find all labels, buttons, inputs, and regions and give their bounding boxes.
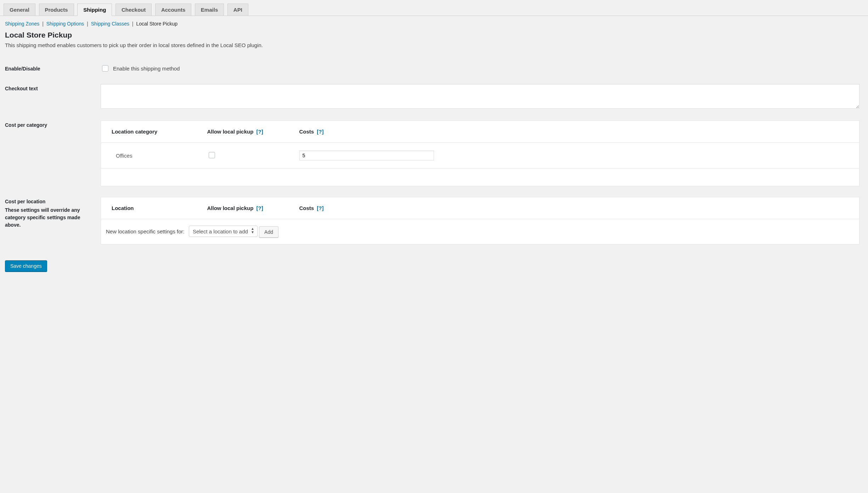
header-location-allow: Allow local pickup [?] [197, 197, 289, 219]
category-name: Offices [112, 153, 132, 159]
location-select-placeholder: Select a location to add [193, 228, 248, 234]
tab-accounts[interactable]: Accounts [155, 4, 191, 16]
save-changes-button[interactable]: Save changes [5, 260, 47, 272]
enable-checkbox-wrap[interactable]: Enable this shipping method [101, 64, 859, 73]
category-cost-input[interactable] [299, 151, 434, 160]
new-location-row: New location specific settings for: Sele… [101, 219, 859, 244]
shipping-subnav: Shipping Zones | Shipping Options | Ship… [5, 21, 868, 27]
cost-per-location-sub: These settings will override any categor… [5, 206, 94, 229]
tab-shipping[interactable]: Shipping [77, 4, 112, 16]
checkout-text-label: Checkout text [5, 79, 97, 115]
cost-per-location-label: Cost per location [5, 199, 45, 204]
help-icon[interactable]: [?] [257, 129, 263, 135]
header-allow-pickup: Allow local pickup [?] [197, 121, 289, 143]
subnav-current: Local Store Pickup [136, 21, 177, 27]
empty-row [101, 169, 859, 186]
enable-checkbox-label: Enable this shipping method [113, 66, 180, 72]
chevron-updown-icon: ▲▼ [251, 227, 254, 234]
cost-per-category-table: Location category Allow local pickup [?]… [101, 120, 859, 186]
tab-general[interactable]: General [4, 4, 35, 16]
tab-emails[interactable]: Emails [195, 4, 224, 16]
cost-per-location-table: Location Allow local pickup [?] Costs [?… [101, 197, 859, 244]
separator: | [42, 21, 44, 27]
tab-api[interactable]: API [227, 4, 248, 16]
subnav-zones[interactable]: Shipping Zones [5, 21, 39, 27]
subnav-classes[interactable]: Shipping Classes [91, 21, 129, 27]
location-select[interactable]: Select a location to add ▲▼ [189, 226, 258, 237]
help-icon[interactable]: [?] [257, 205, 263, 211]
category-row: Offices [101, 143, 859, 169]
header-location-category: Location category [101, 121, 197, 143]
settings-tabs: General Products Shipping Checkout Accou… [0, 0, 868, 16]
enable-checkbox[interactable] [102, 65, 108, 72]
header-location: Location [101, 197, 197, 219]
enable-label: Enable/Disable [5, 59, 97, 79]
tab-checkout[interactable]: Checkout [115, 4, 152, 16]
add-location-button[interactable]: Add [259, 226, 278, 238]
page-title: Local Store Pickup [5, 31, 863, 39]
header-costs: Costs [?] [289, 121, 859, 143]
category-allow-checkbox[interactable] [209, 152, 215, 158]
header-location-costs: Costs [?] [289, 197, 859, 219]
page-description: This shipping method enables customers t… [5, 42, 863, 48]
checkout-text-input[interactable] [101, 84, 859, 109]
help-icon[interactable]: [?] [317, 205, 323, 211]
separator: | [87, 21, 88, 27]
subnav-options[interactable]: Shipping Options [46, 21, 84, 27]
help-icon[interactable]: [?] [317, 129, 323, 135]
cost-per-category-label: Cost per category [5, 115, 97, 192]
tab-products[interactable]: Products [39, 4, 74, 16]
new-location-label: New location specific settings for: [106, 228, 185, 234]
separator: | [132, 21, 134, 27]
